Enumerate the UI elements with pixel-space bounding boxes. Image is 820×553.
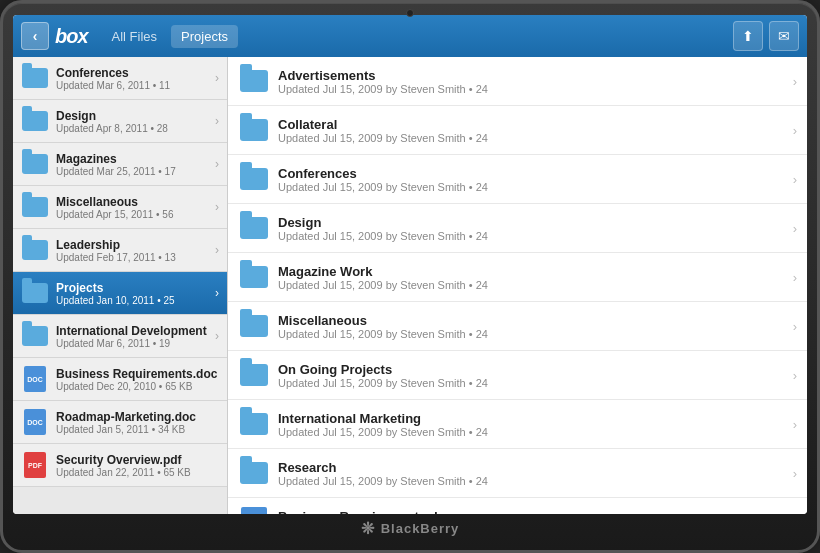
right-item-name: Conferences xyxy=(278,166,785,181)
right-item-conferences[interactable]: Conferences Updated Jul 15, 2009 by Stev… xyxy=(228,155,807,204)
tablet: ‹ box All Files Projects ⬆ ✉ Conferences… xyxy=(0,0,820,553)
mail-button[interactable]: ✉ xyxy=(769,21,799,51)
left-item-conferences[interactable]: Conferences Updated Mar 6, 2011 • 11 › xyxy=(13,57,227,100)
right-item-text: Conferences Updated Jul 15, 2009 by Stev… xyxy=(278,166,785,193)
left-item-magazines[interactable]: Magazines Updated Mar 25, 2011 • 17 › xyxy=(13,143,227,186)
item-meta: Updated Feb 17, 2011 • 13 xyxy=(56,252,208,263)
item-name: Security Overview.pdf xyxy=(56,453,219,467)
folder-icon xyxy=(238,65,270,97)
header: ‹ box All Files Projects ⬆ ✉ xyxy=(13,15,807,57)
item-name: International Development xyxy=(56,324,208,338)
folder-icon xyxy=(238,408,270,440)
right-item-name: Magazine Work xyxy=(278,264,785,279)
chevron-icon: › xyxy=(215,329,219,343)
header-icons: ⬆ ✉ xyxy=(733,21,799,51)
tab-all-files[interactable]: All Files xyxy=(102,25,168,48)
item-name: Magazines xyxy=(56,152,208,166)
right-item-name: Design xyxy=(278,215,785,230)
pdf-icon: PDF xyxy=(21,451,49,479)
chevron-icon: › xyxy=(215,200,219,214)
right-item-biz-req[interactable]: DOC Business Requirements.doc Updated Ju… xyxy=(228,498,807,514)
right-item-name: Miscellaneous xyxy=(278,313,785,328)
item-meta: Updated Jan 10, 2011 • 25 xyxy=(56,295,208,306)
right-item-meta: Updated Jul 15, 2009 by Steven Smith • 2… xyxy=(278,132,785,144)
tab-projects[interactable]: Projects xyxy=(171,25,238,48)
box-logo: box xyxy=(55,25,88,48)
item-meta: Updated Mar 6, 2011 • 19 xyxy=(56,338,208,349)
right-chevron-icon: › xyxy=(793,368,797,383)
right-item-collateral[interactable]: Collateral Updated Jul 15, 2009 by Steve… xyxy=(228,106,807,155)
item-meta: Updated Apr 15, 2011 • 56 xyxy=(56,209,208,220)
left-item-intl-dev[interactable]: International Development Updated Mar 6,… xyxy=(13,315,227,358)
left-item-design[interactable]: Design Updated Apr 8, 2011 • 28 › xyxy=(13,100,227,143)
right-item-ads[interactable]: Advertisements Updated Jul 15, 2009 by S… xyxy=(228,57,807,106)
left-item-roadmap[interactable]: DOC Roadmap-Marketing.doc Updated Jan 5,… xyxy=(13,401,227,444)
folder-icon xyxy=(238,114,270,146)
doc-icon: DOC xyxy=(21,365,49,393)
header-tabs: All Files Projects xyxy=(102,25,238,48)
folder-icon xyxy=(21,322,49,350)
right-item-intl-mkt[interactable]: International Marketing Updated Jul 15, … xyxy=(228,400,807,449)
item-meta: Updated Mar 25, 2011 • 17 xyxy=(56,166,208,177)
camera xyxy=(406,9,414,17)
tablet-bottom: ❊ BlackBerry xyxy=(13,514,807,542)
item-text: Roadmap-Marketing.doc Updated Jan 5, 201… xyxy=(56,410,219,435)
right-item-meta: Updated Jul 15, 2009 by Steven Smith • 2… xyxy=(278,181,785,193)
right-item-research[interactable]: Research Updated Jul 15, 2009 by Steven … xyxy=(228,449,807,498)
right-item-meta: Updated Jul 15, 2009 by Steven Smith • 2… xyxy=(278,328,785,340)
chevron-icon: › xyxy=(215,286,219,300)
bb-logo-icon: ❊ xyxy=(361,519,375,538)
right-item-text: International Marketing Updated Jul 15, … xyxy=(278,411,785,438)
item-text: Security Overview.pdf Updated Jan 22, 20… xyxy=(56,453,219,478)
item-text: Conferences Updated Mar 6, 2011 • 11 xyxy=(56,66,208,91)
folder-icon xyxy=(238,212,270,244)
right-item-name: Research xyxy=(278,460,785,475)
item-name: Roadmap-Marketing.doc xyxy=(56,410,219,424)
folder-icon xyxy=(21,64,49,92)
left-item-biz-req[interactable]: DOC Business Requirements.doc Updated De… xyxy=(13,358,227,401)
left-item-security[interactable]: PDF Security Overview.pdf Updated Jan 22… xyxy=(13,444,227,487)
item-name: Conferences xyxy=(56,66,208,80)
chevron-icon: › xyxy=(215,71,219,85)
right-item-text: Collateral Updated Jul 15, 2009 by Steve… xyxy=(278,117,785,144)
left-item-projects[interactable]: Projects Updated Jan 10, 2011 • 25 › xyxy=(13,272,227,315)
right-item-meta: Updated Jul 15, 2009 by Steven Smith • 2… xyxy=(278,426,785,438)
screen: ‹ box All Files Projects ⬆ ✉ Conferences… xyxy=(13,15,807,514)
right-item-design[interactable]: Design Updated Jul 15, 2009 by Steven Sm… xyxy=(228,204,807,253)
item-name: Design xyxy=(56,109,208,123)
left-item-miscellaneous[interactable]: Miscellaneous Updated Apr 15, 2011 • 56 … xyxy=(13,186,227,229)
item-meta: Updated Jan 5, 2011 • 34 KB xyxy=(56,424,219,435)
right-item-name: Collateral xyxy=(278,117,785,132)
back-button[interactable]: ‹ xyxy=(21,22,49,50)
right-item-ongoing[interactable]: On Going Projects Updated Jul 15, 2009 b… xyxy=(228,351,807,400)
item-text: Leadership Updated Feb 17, 2011 • 13 xyxy=(56,238,208,263)
left-item-leadership[interactable]: Leadership Updated Feb 17, 2011 • 13 › xyxy=(13,229,227,272)
right-item-mag-work[interactable]: Magazine Work Updated Jul 15, 2009 by St… xyxy=(228,253,807,302)
item-name: Projects xyxy=(56,281,208,295)
upload-button[interactable]: ⬆ xyxy=(733,21,763,51)
item-name: Business Requirements.doc xyxy=(56,367,219,381)
item-text: Magazines Updated Mar 25, 2011 • 17 xyxy=(56,152,208,177)
right-chevron-icon: › xyxy=(793,123,797,138)
item-name: Miscellaneous xyxy=(56,195,208,209)
folder-icon xyxy=(238,457,270,489)
folder-icon xyxy=(238,310,270,342)
right-chevron-icon: › xyxy=(793,319,797,334)
right-chevron-icon: › xyxy=(793,172,797,187)
chevron-icon: › xyxy=(215,114,219,128)
right-item-meta: Updated Jul 15, 2009 by Steven Smith • 2… xyxy=(278,475,785,487)
chevron-icon: › xyxy=(215,243,219,257)
right-chevron-icon: › xyxy=(793,221,797,236)
item-text: Business Requirements.doc Updated Dec 20… xyxy=(56,367,219,392)
right-item-meta: Updated Jul 15, 2009 by Steven Smith • 2… xyxy=(278,230,785,242)
right-item-meta: Updated Jul 15, 2009 by Steven Smith • 2… xyxy=(278,83,785,95)
folder-icon xyxy=(238,359,270,391)
left-panel: Conferences Updated Mar 6, 2011 • 11 › D… xyxy=(13,57,228,514)
folder-icon xyxy=(238,163,270,195)
item-text: Miscellaneous Updated Apr 15, 2011 • 56 xyxy=(56,195,208,220)
right-item-misc[interactable]: Miscellaneous Updated Jul 15, 2009 by St… xyxy=(228,302,807,351)
right-item-name: Advertisements xyxy=(278,68,785,83)
doc-icon: DOC xyxy=(21,408,49,436)
item-meta: Updated Mar 6, 2011 • 11 xyxy=(56,80,208,91)
chevron-icon: › xyxy=(215,157,219,171)
